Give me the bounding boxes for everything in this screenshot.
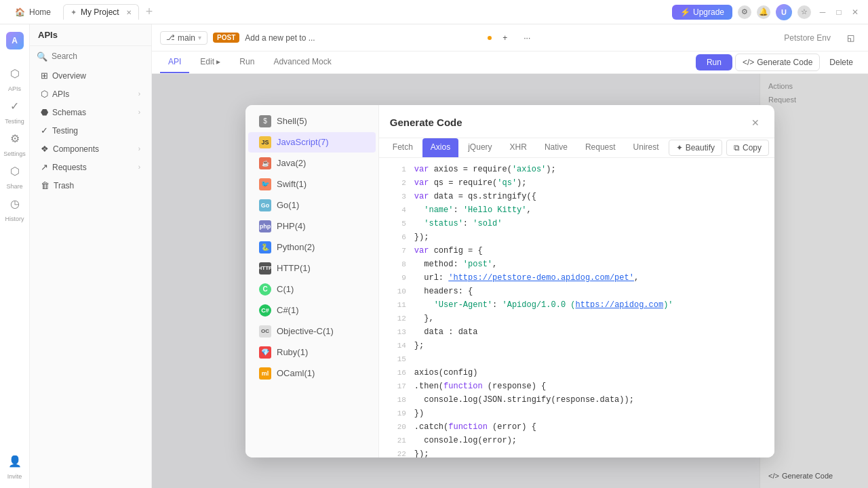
code-line: 22}); — [379, 448, 774, 458]
home-icon: 🏠 — [15, 7, 25, 17]
nav-item-schemas-label: Schemas — [52, 108, 86, 117]
copy-button[interactable]: ⧉ Copy — [726, 140, 769, 156]
overview-icon: ⊞ — [41, 70, 48, 81]
line-number: 22 — [387, 448, 406, 458]
star-icon[interactable]: ☆ — [797, 5, 811, 19]
main-layout: A ⬡ APIs ✓ Testing ⚙ Settings ⬡ Shar — [0, 24, 868, 488]
sidebar-item-api[interactable]: ⬡ — [4, 62, 26, 84]
nav-item-apis[interactable]: ⬡ APIs › — [33, 85, 149, 102]
sidebar-item-share[interactable]: ⬡ — [4, 160, 26, 182]
code-tab-xhr[interactable]: XHR — [502, 138, 535, 157]
code-tab-axios[interactable]: Axios — [422, 138, 458, 157]
nav-item-requests[interactable]: ↗ Requests › — [33, 159, 149, 176]
env-label: Petstore Env — [784, 33, 831, 43]
search-icon: 🔍 — [37, 52, 47, 62]
tab-run[interactable]: Run — [231, 52, 262, 73]
sidebar-item-settings[interactable]: ⚙ — [4, 127, 26, 149]
sidebar-item-testing-label: Testing — [5, 118, 24, 125]
settings-icon[interactable]: ⚙ — [738, 5, 751, 19]
lang-php[interactable]: php PHP(4) — [248, 216, 376, 237]
code-line: 13 data : data — [379, 326, 774, 340]
new-tab-btn[interactable]: + — [146, 5, 153, 19]
code-line: 14}; — [379, 340, 774, 353]
components-arrow: › — [138, 145, 140, 152]
more-options-btn[interactable]: ··· — [518, 30, 536, 45]
collapse-btn[interactable]: ◱ — [842, 30, 860, 45]
sidebar-item-invite[interactable]: 👤 — [4, 450, 26, 472]
sidebar-group-testing: ✓ Testing — [4, 95, 26, 125]
lang-ruby[interactable]: 💎 Ruby(1) — [248, 342, 376, 363]
left-panel-title: APIs — [38, 30, 143, 40]
tab-advanced-mock[interactable]: Advanced Mock — [265, 52, 339, 73]
tab-edit[interactable]: Edit ▸ — [192, 52, 229, 73]
lang-javascript[interactable]: JS JavaScript(7) — [248, 132, 376, 152]
notification-icon[interactable]: 🔔 — [757, 5, 770, 19]
nav-item-components[interactable]: ❖ Components › — [33, 140, 149, 157]
line-number: 8 — [387, 258, 406, 271]
lang-swift[interactable]: 🐦 Swift(1) — [248, 174, 376, 195]
beautify-button[interactable]: ✦ Beautify — [669, 140, 722, 156]
code-tab-fetch[interactable]: Fetch — [384, 138, 421, 157]
lang-c[interactable]: C C(1) — [248, 279, 376, 300]
minimize-button[interactable]: ─ — [818, 7, 827, 17]
beautify-icon: ✦ — [676, 143, 683, 152]
line-code: }, — [414, 312, 766, 325]
line-number: 12 — [387, 312, 406, 325]
code-tab-native[interactable]: Native — [536, 138, 576, 157]
lang-python[interactable]: 🐍 Python(2) — [248, 237, 376, 258]
close-button[interactable]: ✕ — [850, 7, 860, 17]
code-tab-unirest[interactable]: Unirest — [625, 138, 667, 157]
run-button[interactable]: Run — [696, 54, 732, 70]
nav-item-testing[interactable]: ✓ Testing — [33, 122, 149, 139]
line-code: }) — [414, 407, 766, 420]
api-content: Actions Request </> Generate Code $ Shel… — [152, 74, 868, 488]
avatar[interactable]: U — [776, 4, 792, 20]
icon-sidebar: A ⬡ APIs ✓ Testing ⚙ Settings ⬡ Shar — [0, 24, 30, 488]
line-number: 3 — [387, 190, 406, 203]
lang-shell[interactable]: $ Shell(5) — [248, 111, 376, 131]
content-area: ⎇ main ▾ POST Add a new pet to ... + ···… — [152, 24, 868, 488]
nav-item-apis-label: APIs — [52, 89, 69, 99]
project-icon: ✦ — [71, 8, 77, 17]
upgrade-button[interactable]: ⚡ Upgrade — [672, 5, 732, 20]
sidebar-item-history-label: History — [5, 216, 24, 222]
search-input[interactable] — [52, 52, 153, 61]
ocaml-icon: ml — [259, 367, 271, 380]
modal-overlay[interactable]: $ Shell(5) JS JavaScript(7) ☕ Java(2) — [152, 74, 868, 488]
tab-home[interactable]: 🏠 Home — [8, 5, 58, 20]
code-line: 7var config = { — [379, 245, 774, 258]
nav-item-trash[interactable]: 🗑 Trash — [33, 177, 149, 194]
lang-objective-c[interactable]: OC Objective-C(1) — [248, 321, 376, 342]
sidebar-item-testing[interactable]: ✓ — [4, 95, 26, 117]
restore-button[interactable]: □ — [834, 7, 844, 17]
code-line: 1var axios = require('axios'); — [379, 163, 774, 177]
tab-api[interactable]: API — [160, 52, 189, 73]
lang-go[interactable]: Go Go(1) — [248, 195, 376, 216]
code-tab-jquery[interactable]: jQuery — [460, 138, 500, 157]
code-tab-request[interactable]: Request — [577, 138, 624, 157]
nav-item-schemas[interactable]: ⬣ Schemas › — [33, 104, 149, 121]
nav-item-overview-label: Overview — [52, 71, 86, 81]
lang-java[interactable]: ☕ Java(2) — [248, 153, 376, 174]
nav-item-overview[interactable]: ⊞ Overview — [33, 67, 149, 84]
history-icon: ◷ — [10, 197, 20, 210]
delete-button[interactable]: Delete — [823, 54, 860, 70]
add-tab-btn[interactable]: + — [497, 30, 513, 45]
lang-http[interactable]: HTTP HTTP(1) — [248, 258, 376, 279]
modal-header: Generate Code ✕ — [379, 105, 774, 138]
sidebar-item-history[interactable]: ◷ — [4, 192, 26, 214]
code-line: 17.then(function (response) { — [379, 380, 774, 394]
modal-close-button[interactable]: ✕ — [747, 115, 764, 131]
lang-csharp[interactable]: C# C#(1) — [248, 300, 376, 321]
generate-code-button[interactable]: </> Generate Code — [735, 54, 820, 71]
line-code: }); — [414, 231, 766, 244]
tab-close-icon[interactable]: ✕ — [126, 9, 132, 16]
tab-project[interactable]: ✦ My Project ✕ — [63, 4, 139, 20]
sidebar-item-settings-label: Settings — [3, 150, 26, 157]
lang-ocaml[interactable]: ml OCaml(1) — [248, 363, 376, 384]
code-line: 6}); — [379, 231, 774, 245]
tab-home-label: Home — [29, 7, 51, 17]
method-badge: POST — [213, 33, 239, 43]
branch-icon: ⎇ — [166, 33, 175, 42]
branch-selector[interactable]: ⎇ main ▾ — [160, 31, 208, 45]
